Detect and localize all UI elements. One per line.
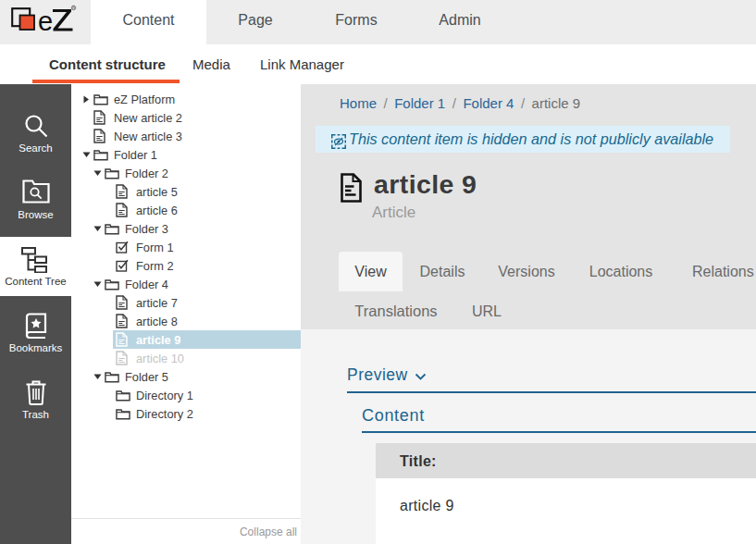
svg-text:e: e xyxy=(38,6,53,36)
